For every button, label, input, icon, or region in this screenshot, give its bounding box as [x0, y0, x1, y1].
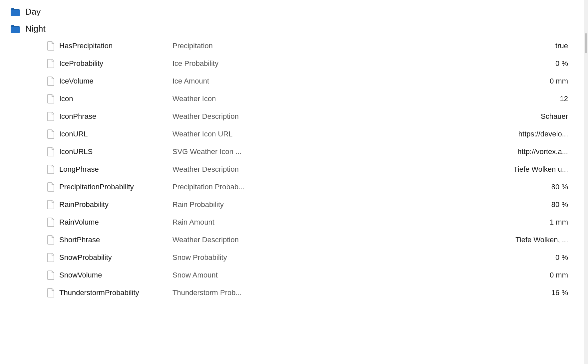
item-label-rainprobability: Rain Probability [172, 200, 312, 209]
item-value-snowprobability: 0 % [312, 253, 581, 262]
item-label-icevolume: Ice Amount [172, 77, 312, 86]
item-key-shortphrase: ShortPhrase [59, 236, 172, 244]
item-row-thunderstormprobability[interactable]: ThunderstormProbability Thunderstorm Pro… [47, 284, 581, 302]
file-icon-snowvolume [47, 271, 55, 280]
item-label-shortphrase: Weather Description [172, 236, 312, 244]
item-row-iconphrase[interactable]: IconPhrase Weather Description Schauer [47, 108, 581, 125]
item-value-icon: 12 [312, 94, 581, 103]
item-key-snowvolume: SnowVolume [59, 271, 172, 279]
folder-night-label: Night [25, 24, 46, 34]
file-icon-icevolume [47, 77, 55, 86]
item-value-rainvolume: 1 mm [312, 218, 581, 227]
file-icon-iconphrase [47, 112, 55, 121]
item-value-thunderstormprobability: 16 % [312, 288, 581, 297]
night-items-container: HasPrecipitation Precipitation true IceP… [7, 37, 581, 302]
file-icon-precipitationprobability [47, 182, 55, 192]
scrollbar-thumb[interactable] [585, 33, 587, 53]
item-value-iconurl: https://develo... [312, 130, 581, 138]
folder-day[interactable]: Day [7, 3, 581, 20]
item-value-iconphrase: Schauer [312, 112, 581, 121]
folder-day-icon [10, 7, 21, 17]
folder-night-icon [10, 24, 21, 34]
file-icon-iconurl [47, 129, 55, 139]
file-icon-rainprobability [47, 200, 55, 209]
folder-day-label: Day [25, 7, 41, 17]
item-key-hasprecipitation: HasPrecipitation [59, 42, 172, 50]
item-value-iceprobability: 0 % [312, 59, 581, 68]
item-value-precipitationprobability: 80 % [312, 183, 581, 191]
item-label-iconphrase: Weather Description [172, 112, 312, 121]
item-key-longphrase: LongPhrase [59, 165, 172, 174]
item-key-snowprobability: SnowProbability [59, 253, 172, 262]
folder-night[interactable]: Night [7, 20, 581, 37]
item-value-shortphrase: Tiefe Wolken, ... [312, 236, 581, 244]
item-label-hasprecipitation: Precipitation [172, 42, 312, 50]
item-key-rainvolume: RainVolume [59, 218, 172, 227]
item-label-snowprobability: Snow Probability [172, 253, 312, 262]
item-label-thunderstormprobability: Thunderstorm Prob... [172, 288, 312, 297]
file-icon-iceprobability [47, 59, 55, 68]
item-label-iceprobability: Ice Probability [172, 59, 312, 68]
file-icon-thunderstormprobability [47, 288, 55, 297]
item-row-iceprobability[interactable]: IceProbability Ice Probability 0 % [47, 55, 581, 73]
scrollbar[interactable] [584, 0, 588, 364]
item-key-rainprobability: RainProbability [59, 200, 172, 209]
item-value-snowvolume: 0 mm [312, 271, 581, 279]
file-icon-shortphrase [47, 235, 55, 245]
file-icon-snowprobability [47, 253, 55, 262]
item-label-iconurl: Weather Icon URL [172, 130, 312, 138]
item-label-longphrase: Weather Description [172, 165, 312, 174]
item-row-snowprobability[interactable]: SnowProbability Snow Probability 0 % [47, 249, 581, 267]
file-icon-rainvolume [47, 218, 55, 227]
item-value-iconurls: http://vortex.a... [312, 147, 581, 156]
item-label-precipitationprobability: Precipitation Probab... [172, 183, 312, 191]
item-value-hasprecipitation: true [312, 42, 581, 50]
item-row-snowvolume[interactable]: SnowVolume Snow Amount 0 mm [47, 267, 581, 284]
item-label-icon: Weather Icon [172, 94, 312, 103]
tree-container: Day Night HasPrecipitation Precipitation… [0, 0, 588, 305]
item-value-icevolume: 0 mm [312, 77, 581, 86]
item-value-longphrase: Tiefe Wolken u... [312, 165, 581, 174]
item-row-rainvolume[interactable]: RainVolume Rain Amount 1 mm [47, 214, 581, 231]
item-label-iconurls: SVG Weather Icon ... [172, 147, 312, 156]
item-label-snowvolume: Snow Amount [172, 271, 312, 279]
item-key-icon: Icon [59, 94, 172, 103]
item-key-iconurls: IconURLS [59, 147, 172, 156]
item-row-rainprobability[interactable]: RainProbability Rain Probability 80 % [47, 196, 581, 214]
item-row-iconurls[interactable]: IconURLS SVG Weather Icon ... http://vor… [47, 143, 581, 161]
item-label-rainvolume: Rain Amount [172, 218, 312, 227]
item-value-rainprobability: 80 % [312, 200, 581, 209]
item-key-iceprobability: IceProbability [59, 59, 172, 68]
item-key-precipitationprobability: PrecipitationProbability [59, 183, 172, 191]
item-row-iconurl[interactable]: IconURL Weather Icon URL https://develo.… [47, 125, 581, 143]
item-row-shortphrase[interactable]: ShortPhrase Weather Description Tiefe Wo… [47, 231, 581, 249]
file-icon-hasprecipitation [47, 41, 55, 51]
item-key-iconurl: IconURL [59, 130, 172, 138]
item-key-icevolume: IceVolume [59, 77, 172, 86]
item-key-iconphrase: IconPhrase [59, 112, 172, 121]
item-row-icon[interactable]: Icon Weather Icon 12 [47, 90, 581, 108]
item-row-icevolume[interactable]: IceVolume Ice Amount 0 mm [47, 73, 581, 90]
file-icon-icon [47, 94, 55, 103]
item-row-hasprecipitation[interactable]: HasPrecipitation Precipitation true [47, 37, 581, 55]
file-icon-iconurls [47, 147, 55, 156]
item-row-longphrase[interactable]: LongPhrase Weather Description Tiefe Wol… [47, 161, 581, 178]
item-row-precipitationprobability[interactable]: PrecipitationProbability Precipitation P… [47, 178, 581, 196]
file-icon-longphrase [47, 165, 55, 174]
item-key-thunderstormprobability: ThunderstormProbability [59, 288, 172, 297]
